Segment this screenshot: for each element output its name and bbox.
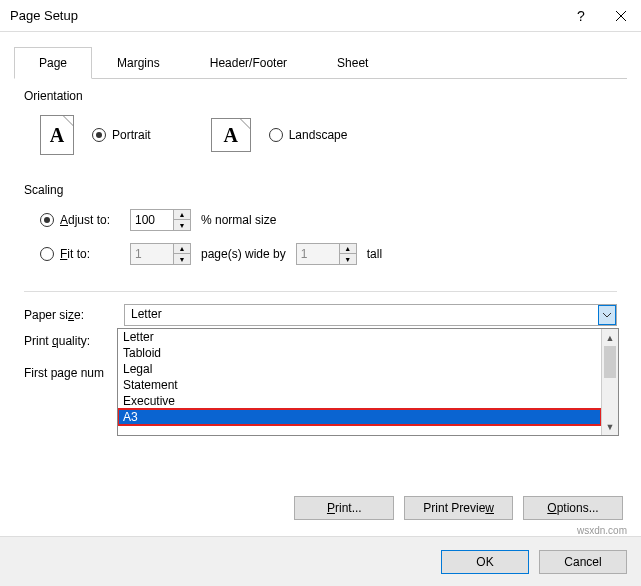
fit-wide-input[interactable] bbox=[131, 244, 173, 264]
scaling-title: Scaling bbox=[24, 183, 617, 197]
chevron-down-icon[interactable] bbox=[598, 305, 616, 325]
window-title: Page Setup bbox=[10, 8, 561, 23]
scrollbar-thumb[interactable] bbox=[604, 346, 616, 378]
landscape-icon: A bbox=[211, 118, 251, 152]
fit-tall-spinner[interactable]: ▲ ▼ bbox=[296, 243, 357, 265]
landscape-radio[interactable]: Landscape bbox=[269, 128, 348, 142]
portrait-radio[interactable]: Portrait bbox=[92, 128, 151, 142]
tab-strip: Page Margins Header/Footer Sheet bbox=[14, 46, 627, 79]
orientation-title: Orientation bbox=[24, 89, 617, 103]
fit-wide-spinner[interactable]: ▲ ▼ bbox=[130, 243, 191, 265]
radio-dot-icon bbox=[269, 128, 283, 142]
print-preview-button[interactable]: Print Preview bbox=[404, 496, 513, 520]
adjust-to-label: Adjust to: bbox=[60, 213, 110, 227]
watermark: wsxdn.com bbox=[577, 525, 627, 536]
adjust-to-radio[interactable]: Adjust to: bbox=[40, 213, 120, 227]
fit-mid-label: page(s) wide by bbox=[201, 247, 286, 261]
tab-margins[interactable]: Margins bbox=[92, 47, 185, 79]
portrait-icon: A bbox=[40, 115, 74, 155]
radio-dot-icon bbox=[40, 247, 54, 261]
first-page-label: First page num bbox=[24, 366, 114, 380]
dropdown-option-executive[interactable]: Executive bbox=[118, 393, 601, 409]
adjust-to-suffix: % normal size bbox=[201, 213, 276, 227]
landscape-label: Landscape bbox=[289, 128, 348, 142]
spinner-up-icon[interactable]: ▲ bbox=[340, 244, 356, 254]
dropdown-scrollbar[interactable]: ▲ ▼ bbox=[601, 329, 618, 435]
fit-to-label: Fit to: bbox=[60, 247, 90, 261]
ok-button[interactable]: OK bbox=[441, 550, 529, 574]
cancel-button[interactable]: Cancel bbox=[539, 550, 627, 574]
dropdown-option-a3[interactable]: A3 bbox=[118, 409, 601, 425]
spinner-down-icon[interactable]: ▼ bbox=[174, 220, 190, 230]
dropdown-option-letter[interactable]: Letter bbox=[118, 329, 601, 345]
portrait-label: Portrait bbox=[112, 128, 151, 142]
paper-size-dropdown: Letter Tabloid Legal Statement Executive… bbox=[117, 328, 619, 436]
scroll-up-icon[interactable]: ▲ bbox=[602, 329, 618, 346]
help-button[interactable]: ? bbox=[561, 0, 601, 32]
print-button[interactable]: Print... bbox=[294, 496, 394, 520]
fit-tall-suffix: tall bbox=[367, 247, 382, 261]
close-button[interactable] bbox=[601, 0, 641, 32]
print-quality-label: Print quality: bbox=[24, 334, 114, 348]
tab-header-footer[interactable]: Header/Footer bbox=[185, 47, 312, 79]
spinner-up-icon[interactable]: ▲ bbox=[174, 244, 190, 254]
spinner-down-icon[interactable]: ▼ bbox=[340, 254, 356, 264]
tab-page[interactable]: Page bbox=[14, 47, 92, 79]
paper-size-value: Letter bbox=[125, 305, 598, 325]
adjust-to-input[interactable] bbox=[131, 210, 173, 230]
paper-size-label: Paper size: bbox=[24, 308, 114, 322]
radio-dot-icon bbox=[40, 213, 54, 227]
options-button[interactable]: Options... bbox=[523, 496, 623, 520]
dropdown-option-tabloid[interactable]: Tabloid bbox=[118, 345, 601, 361]
fit-to-radio[interactable]: Fit to: bbox=[40, 247, 120, 261]
fit-tall-input[interactable] bbox=[297, 244, 339, 264]
spinner-up-icon[interactable]: ▲ bbox=[174, 210, 190, 220]
dropdown-option-legal[interactable]: Legal bbox=[118, 361, 601, 377]
scroll-down-icon[interactable]: ▼ bbox=[602, 418, 618, 435]
paper-size-combo[interactable]: Letter bbox=[124, 304, 617, 326]
adjust-to-spinner[interactable]: ▲ ▼ bbox=[130, 209, 191, 231]
dropdown-option-statement[interactable]: Statement bbox=[118, 377, 601, 393]
tab-sheet[interactable]: Sheet bbox=[312, 47, 393, 79]
spinner-down-icon[interactable]: ▼ bbox=[174, 254, 190, 264]
radio-dot-icon bbox=[92, 128, 106, 142]
